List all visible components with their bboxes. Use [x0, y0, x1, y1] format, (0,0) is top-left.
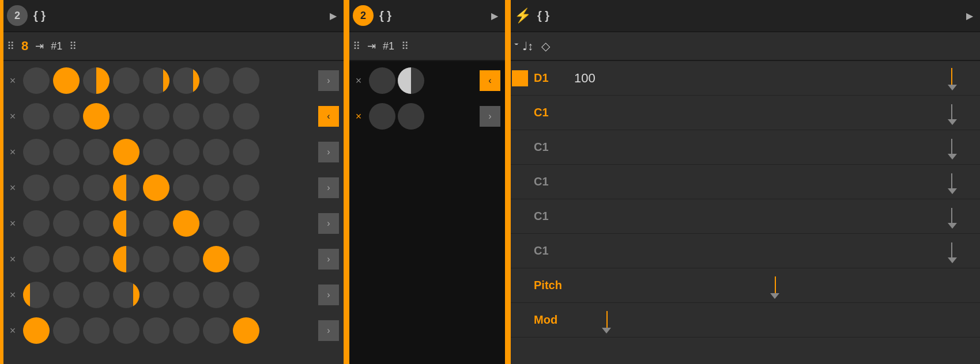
dot-6-2[interactable]	[83, 282, 110, 308]
dot-3-1[interactable]	[53, 175, 80, 201]
dot-4-6[interactable]	[203, 210, 229, 237]
left-import-icon[interactable]: ⇥	[35, 40, 44, 52]
mid-plugin-icon[interactable]: 2	[353, 5, 374, 26]
note-slider-C1-1[interactable]	[574, 96, 975, 130]
right-play-button[interactable]: ▶	[966, 10, 973, 21]
right-diamond-icon[interactable]: ◇	[541, 39, 550, 53]
row-2-arrow[interactable]: ›	[318, 142, 339, 162]
dot-2-5[interactable]	[173, 139, 199, 165]
dot-6-0[interactable]	[23, 282, 50, 308]
mid-dot-0-1[interactable]	[398, 67, 424, 94]
dot-1-4[interactable]	[143, 103, 169, 130]
dot-2-3[interactable]	[113, 139, 140, 165]
dot-7-1[interactable]	[53, 317, 80, 344]
dot-0-7[interactable]	[233, 67, 259, 94]
dot-0-2[interactable]	[83, 67, 110, 94]
left-plugin-icon[interactable]: 2	[7, 5, 28, 26]
dot-4-4[interactable]	[143, 210, 169, 237]
dot-6-4[interactable]	[143, 282, 169, 308]
dot-1-0[interactable]	[23, 103, 50, 130]
mid-row-0-arrow[interactable]: ‹	[480, 70, 500, 91]
dot-5-1[interactable]	[53, 246, 80, 272]
left-dots-icon[interactable]: ⠿	[7, 40, 14, 52]
dot-5-6[interactable]	[203, 246, 229, 272]
note-slider-C1-3[interactable]	[574, 165, 975, 199]
dot-4-0[interactable]	[23, 210, 50, 237]
row-4-x[interactable]: ×	[5, 218, 21, 230]
dot-3-4[interactable]	[143, 175, 169, 201]
note-slider-pitch[interactable]	[574, 268, 975, 302]
row-3-arrow[interactable]: ›	[318, 177, 339, 198]
dot-0-1[interactable]	[53, 67, 80, 94]
dot-2-0[interactable]	[23, 139, 50, 165]
dot-6-7[interactable]	[233, 282, 259, 308]
row-7-arrow[interactable]: ›	[318, 320, 339, 341]
dot-7-3[interactable]	[113, 317, 140, 344]
mid-grid-icon[interactable]: ⠿	[401, 40, 409, 52]
dot-7-0[interactable]	[23, 317, 50, 344]
dot-4-1[interactable]	[53, 210, 80, 237]
mid-import-icon[interactable]: ⇥	[367, 40, 376, 52]
row-0-x[interactable]: ×	[5, 75, 21, 87]
dot-1-7[interactable]	[233, 103, 259, 130]
dot-5-2[interactable]	[83, 246, 110, 272]
dot-7-6[interactable]	[203, 317, 229, 344]
left-grid-icon[interactable]: ⠿	[69, 40, 77, 52]
dot-0-3[interactable]	[113, 67, 140, 94]
row-1-arrow[interactable]: ‹	[318, 106, 339, 127]
dot-2-7[interactable]	[233, 139, 259, 165]
dot-7-7[interactable]	[233, 317, 259, 344]
note-slider-C1-2[interactable]	[574, 130, 975, 164]
dot-1-2[interactable]	[83, 103, 110, 130]
mid-row-0-x[interactable]: ×	[350, 75, 367, 87]
row-0-arrow[interactable]: ›	[318, 70, 339, 91]
dot-5-7[interactable]	[233, 246, 259, 272]
dot-6-1[interactable]	[53, 282, 80, 308]
row-5-x[interactable]: ×	[5, 253, 21, 266]
note-slider-mod[interactable]	[574, 303, 975, 337]
dot-2-2[interactable]	[83, 139, 110, 165]
dot-6-5[interactable]	[173, 282, 199, 308]
mid-dot-1-0[interactable]	[369, 103, 395, 130]
dot-3-7[interactable]	[233, 175, 259, 201]
row-6-x[interactable]: ×	[5, 289, 21, 301]
left-number[interactable]: 8	[21, 39, 28, 54]
dot-1-5[interactable]	[173, 103, 199, 130]
dot-7-2[interactable]	[83, 317, 110, 344]
row-5-arrow[interactable]: ›	[318, 249, 339, 270]
dot-4-3[interactable]	[113, 210, 140, 237]
dot-1-1[interactable]	[53, 103, 80, 130]
note-slider-C1-5[interactable]	[574, 234, 975, 268]
row-3-x[interactable]: ×	[5, 182, 21, 194]
note-slider-D1[interactable]	[615, 61, 975, 95]
row-4-arrow[interactable]: ›	[318, 213, 339, 234]
dot-7-4[interactable]	[143, 317, 169, 344]
row-2-x[interactable]: ×	[5, 146, 21, 158]
dot-4-5[interactable]	[173, 210, 199, 237]
dot-5-5[interactable]	[173, 246, 199, 272]
note-slider-C1-4[interactable]	[574, 199, 975, 233]
mid-play-button[interactable]: ▶	[491, 10, 498, 21]
dot-5-4[interactable]	[143, 246, 169, 272]
dot-3-5[interactable]	[173, 175, 199, 201]
row-7-x[interactable]: ×	[5, 325, 21, 337]
dot-2-6[interactable]	[203, 139, 229, 165]
left-hash-label[interactable]: #1	[51, 40, 62, 52]
mid-dot-1-1[interactable]	[398, 103, 424, 130]
dot-0-6[interactable]	[203, 67, 229, 94]
dot-3-3[interactable]	[113, 175, 140, 201]
mid-dots-icon[interactable]: ⠿	[353, 40, 360, 52]
row-6-arrow[interactable]: ›	[318, 285, 339, 305]
dot-6-6[interactable]	[203, 282, 229, 308]
dot-1-3[interactable]	[113, 103, 140, 130]
left-play-button[interactable]: ▶	[330, 10, 337, 21]
dot-5-0[interactable]	[23, 246, 50, 272]
dot-0-4[interactable]	[143, 67, 169, 94]
dot-0-5[interactable]	[173, 67, 199, 94]
mid-row-1-x[interactable]: ×	[350, 111, 367, 123]
dot-3-0[interactable]	[23, 175, 50, 201]
dot-1-6[interactable]	[203, 103, 229, 130]
mid-dot-0-0[interactable]	[369, 67, 395, 94]
dot-0-0[interactable]	[23, 67, 50, 94]
dot-3-6[interactable]	[203, 175, 229, 201]
